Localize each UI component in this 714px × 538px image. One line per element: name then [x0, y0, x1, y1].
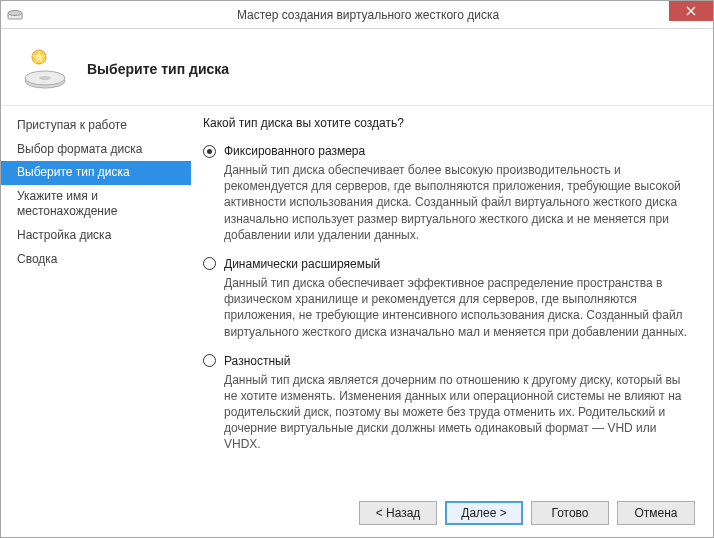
desc-fixed-size: Данный тип диска обеспечивает более высо…: [224, 162, 689, 243]
back-button[interactable]: < Назад: [359, 501, 437, 525]
step-disk-format[interactable]: Выбор формата диска: [1, 138, 191, 162]
option-fixed-head[interactable]: Фиксированного размера: [203, 144, 689, 158]
wizard-header: Выберите тип диска: [1, 29, 713, 106]
wizard-page-title: Выберите тип диска: [87, 61, 229, 77]
step-getting-started[interactable]: Приступая к работе: [1, 114, 191, 138]
svg-point-4: [39, 76, 51, 80]
next-button[interactable]: Далее >: [445, 501, 523, 525]
step-name-location[interactable]: Укажите имя и местонахождение: [1, 185, 191, 224]
option-dynamic: Динамически расширяемый Данный тип диска…: [203, 257, 689, 340]
disk-wizard-icon: [21, 45, 69, 93]
option-dynamic-head[interactable]: Динамически расширяемый: [203, 257, 689, 271]
step-disk-type[interactable]: Выберите тип диска: [1, 161, 191, 185]
close-icon: [686, 6, 696, 16]
radio-fixed-size[interactable]: [203, 145, 216, 158]
radio-differencing[interactable]: [203, 354, 216, 367]
desc-differencing: Данный тип диска является дочерним по от…: [224, 372, 689, 453]
option-fixed-size: Фиксированного размера Данный тип диска …: [203, 144, 689, 243]
step-configure-disk[interactable]: Настройка диска: [1, 224, 191, 248]
content-question: Какой тип диска вы хотите создать?: [203, 116, 689, 130]
wizard-body: Приступая к работе Выбор формата диска В…: [1, 106, 713, 489]
option-differencing: Разностный Данный тип диска является доч…: [203, 354, 689, 453]
radio-dynamic[interactable]: [203, 257, 216, 270]
label-dynamic: Динамически расширяемый: [224, 257, 380, 271]
wizard-window: Мастер создания виртуального жесткого ди…: [0, 0, 714, 538]
cancel-button[interactable]: Отмена: [617, 501, 695, 525]
titlebar-app-icon: [7, 7, 23, 23]
step-summary[interactable]: Сводка: [1, 248, 191, 272]
label-fixed-size: Фиксированного размера: [224, 144, 365, 158]
option-differencing-head[interactable]: Разностный: [203, 354, 689, 368]
svg-point-1: [8, 10, 22, 15]
titlebar-title: Мастер создания виртуального жесткого ди…: [23, 8, 713, 22]
wizard-steps-sidebar: Приступая к работе Выбор формата диска В…: [1, 106, 191, 489]
wizard-footer: < Назад Далее > Готово Отмена: [1, 489, 713, 537]
close-button[interactable]: [669, 1, 713, 21]
wizard-content: Какой тип диска вы хотите создать? Фикси…: [191, 106, 713, 489]
finish-button[interactable]: Готово: [531, 501, 609, 525]
label-differencing: Разностный: [224, 354, 290, 368]
titlebar: Мастер создания виртуального жесткого ди…: [1, 1, 713, 29]
desc-dynamic: Данный тип диска обеспечивает эффективно…: [224, 275, 689, 340]
